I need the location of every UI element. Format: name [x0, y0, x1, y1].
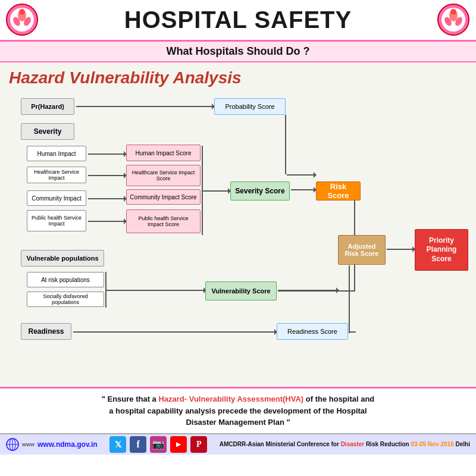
- severity-label-box: Severity: [21, 123, 74, 140]
- arrow-to-vuln: [107, 290, 205, 291]
- conference-text: AMCDRR-Asian Ministerial Conference for: [220, 441, 341, 447]
- adjusted-risk-score-box: Adjusted Risk Score: [338, 235, 386, 265]
- header-title: HOSPITAL SAFETY: [124, 7, 352, 33]
- conference-highlight: Disaster: [341, 441, 364, 447]
- arrow-hsi: [88, 175, 125, 176]
- youtube-icon[interactable]: ▶: [170, 436, 187, 453]
- page-header: HOSPITAL SAFETY: [0, 0, 476, 42]
- arrow-adj-priority: [387, 249, 414, 250]
- subtitle-text: What Hospitals Should Do ?: [167, 45, 310, 57]
- severity-score-box: Severity Score: [230, 181, 290, 201]
- social-icons: 𝕏 f 📷 ▶ P: [109, 436, 207, 453]
- quote-text-before: " Ensure that a: [102, 394, 159, 403]
- bottom-right: AMCDRR-Asian Ministerial Conference for …: [220, 441, 470, 447]
- svg-point-11: [450, 9, 456, 15]
- vulnerable-label-box: Vulnerable populations: [21, 250, 104, 267]
- v-line-vuln-adj: [354, 265, 355, 292]
- h-line-vuln-adj2: [278, 290, 355, 292]
- risk-score-box: Risk Score: [316, 181, 361, 201]
- arrow-pr-prob: [76, 106, 213, 107]
- quote-line3: Disaster Management Plan ": [186, 418, 290, 427]
- community-impact-box: Community Impact: [27, 190, 86, 206]
- healthcare-impact-box: Healthcare Service Impact: [27, 167, 86, 183]
- logo-right: [437, 4, 470, 36]
- arrow-ci: [88, 198, 125, 199]
- subtitle-bar: What Hospitals Should Do ?: [0, 42, 476, 62]
- h-line-read-adj: [349, 331, 356, 333]
- vulnerability-score-box: Vulnerability Score: [205, 281, 277, 300]
- v-line-read-adj: [349, 265, 350, 333]
- location: Delhi: [454, 441, 470, 447]
- human-impact-box: Human Impact: [27, 146, 86, 161]
- bottom-bar: www www.ndma.gov.in 𝕏 f 📷 ▶ P AMCDRR-Asi…: [0, 433, 476, 455]
- priority-planning-box: Priority Planning Score: [415, 229, 468, 271]
- hva-title: Hazard Vulnerability Analysis: [9, 68, 467, 87]
- v-line-prob: [285, 115, 286, 174]
- at-risk-box: At risk populations: [27, 272, 104, 287]
- date-highlight: 03-05 Nov 2016: [411, 441, 453, 447]
- readiness-box: Readiness: [21, 323, 71, 340]
- healthcare-impact-score-box: Healthcare Service Impact Score: [126, 165, 201, 186]
- arrow-readiness: [73, 331, 275, 333]
- svg-point-5: [19, 9, 25, 15]
- facebook-icon[interactable]: f: [130, 436, 146, 453]
- quote-text-middle: of the hospital and: [303, 394, 374, 403]
- website-label: www: [22, 441, 35, 447]
- pinterest-icon[interactable]: P: [190, 436, 207, 453]
- diagram-area: Pr(Hazard) Probability Score Severity Hu…: [9, 92, 467, 366]
- arrow-to-severity: [203, 190, 229, 192]
- arrow-ph: [88, 221, 125, 222]
- logo-left: [6, 4, 39, 36]
- socially-disfavored-box: Socially disfavored populations: [27, 292, 104, 307]
- pr-hazard-box: Pr(Hazard): [21, 98, 74, 115]
- arrow-hi: [88, 154, 125, 155]
- instagram-icon[interactable]: 📷: [150, 436, 167, 453]
- readiness-score-box: Readiness Score: [277, 323, 348, 340]
- human-impact-score-box: Human Impact Score: [126, 145, 201, 161]
- main-content: Hazard Vulnerability Analysis Pr(Hazard)…: [0, 62, 476, 387]
- globe-icon: [6, 438, 19, 451]
- public-health-box: Public health Service Impact: [27, 210, 86, 231]
- conference-rest: Risk Reduction: [364, 441, 411, 447]
- community-impact-score-box: Community Impact Score: [126, 189, 201, 205]
- twitter-icon[interactable]: 𝕏: [109, 436, 126, 453]
- quote-line2: a hospital capability analysis precede t…: [109, 406, 367, 415]
- arrow-prob-to-risk: [287, 174, 315, 176]
- public-health-score-box: Public health Service Impact Score: [126, 209, 201, 233]
- quote-highlight2: (HVA): [283, 394, 303, 403]
- arrow-to-risk: [291, 189, 315, 190]
- probability-score-box: Probability Score: [214, 98, 286, 115]
- v-line-risk-adj: [354, 201, 355, 235]
- quote-bar: " Ensure that a Hazard- Vulnerability As…: [0, 387, 476, 433]
- quote-highlight1: Hazard- Vulnerability Assessment: [158, 394, 283, 403]
- website-url: www.ndma.gov.in: [37, 440, 98, 449]
- bottom-left: www www.ndma.gov.in: [6, 438, 98, 451]
